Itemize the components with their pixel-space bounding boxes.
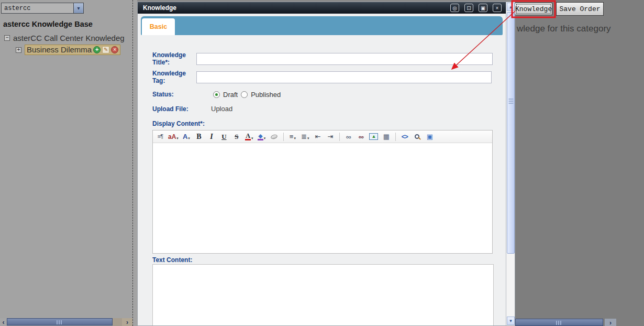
dialog-title: Knowledge — [142, 4, 445, 12]
thumb-grip — [508, 98, 513, 104]
toolbar-glyph: ⇤ — [315, 133, 320, 140]
scroll-right-icon[interactable]: › — [605, 319, 616, 326]
scrollbar-thumb[interactable] — [507, 12, 515, 254]
toolbar-separator — [339, 133, 340, 141]
underline-icon[interactable]: U — [219, 132, 229, 142]
toolbar-separator — [283, 133, 284, 141]
draft-radio[interactable] — [213, 91, 220, 98]
toolbar-glyph: ▲ — [369, 133, 378, 140]
toolbar-glyph: ≣ — [301, 133, 307, 140]
text-color-icon[interactable]: A▾ — [245, 132, 254, 142]
knowledge-title-input[interactable] — [196, 53, 493, 65]
pane-divider — [132, 0, 133, 326]
preview-icon[interactable] — [413, 132, 422, 142]
indent-icon[interactable]: ⇥ — [326, 132, 335, 142]
tab-basic[interactable]: Basic — [142, 18, 175, 35]
rich-text-editor: ≡¶aA▾A▾BIUSA▾◆▾≡▾≣▾⇤⇥∞∞▲▦<>▣ — [152, 130, 493, 254]
toolbar-glyph: ≡ — [290, 133, 294, 140]
scrollbar-thumb[interactable] — [7, 318, 113, 325]
scrollbar-thumb[interactable] — [515, 319, 603, 326]
radio-dot — [215, 93, 218, 96]
published-radio[interactable] — [241, 91, 248, 98]
tree-node-label[interactable]: asterCC Call Center Knowledeg — [13, 34, 125, 42]
align-icon[interactable]: ≡▾ — [288, 132, 297, 142]
delete-icon[interactable]: × — [111, 46, 118, 53]
tree-node-business-dilemma[interactable]: + Business Dilemma + ✎ × — [16, 45, 120, 55]
list-icon[interactable]: ≣▾ — [301, 132, 310, 142]
app-root: astercc ▾ astercc Knowledge Base − aster… — [0, 0, 644, 326]
dropdown-caret-icon: ▾ — [307, 136, 309, 142]
dialog-vertical-scrollbar[interactable]: ▴ ▾ — [506, 2, 515, 325]
fullscreen-icon[interactable]: ▣ — [425, 132, 435, 142]
knowledge-button[interactable]: Knowledge — [515, 3, 552, 15]
status-options: Draft Published — [213, 91, 281, 99]
italic-icon[interactable]: I — [207, 132, 216, 142]
dropdown-caret-icon: ▾ — [176, 136, 179, 142]
edit-icon[interactable]: ✎ — [102, 46, 109, 53]
toolbar-glyph — [415, 134, 419, 139]
thumb-grip — [57, 320, 63, 324]
dialog-titlebar[interactable]: Knowledge ◎ ⊡ ▣ × — [138, 2, 506, 14]
toolbar-glyph: A — [245, 133, 251, 140]
dropdown-caret-icon: ▾ — [264, 136, 266, 142]
scrollbar-track[interactable] — [113, 318, 122, 326]
link-icon[interactable]: ∞ — [344, 132, 353, 142]
toolbar-glyph: A — [183, 133, 187, 140]
close-icon[interactable]: × — [493, 4, 502, 12]
draft-radio-label[interactable]: Draft — [223, 91, 238, 99]
bg-color-icon[interactable]: ◆▾ — [257, 132, 267, 142]
status-label: Status: — [152, 91, 196, 98]
category-select-value: astercc — [2, 5, 73, 12]
chevron-down-icon[interactable]: ▾ — [73, 3, 83, 13]
published-radio-label[interactable]: Published — [251, 91, 281, 99]
toolbar-glyph: ≡¶ — [158, 134, 163, 139]
save-order-button[interactable]: Save Order — [556, 2, 604, 16]
restore-icon[interactable]: ▣ — [479, 4, 487, 12]
expand-expander-icon[interactable]: + — [16, 47, 21, 53]
right-horizontal-scrollbar[interactable]: › — [515, 319, 644, 326]
knowledge-dialog: Knowledge ◎ ⊡ ▣ × Basic Knowledge Title*… — [137, 2, 515, 326]
text-content-textarea[interactable] — [152, 264, 494, 325]
knowledge-tag-label: Knowledge Tag: — [152, 70, 196, 84]
dropdown-caret-icon: ▾ — [294, 136, 296, 142]
paragraph-format-icon[interactable]: ≡¶ — [156, 132, 165, 142]
toolbar-glyph: I — [210, 133, 213, 140]
outdent-icon[interactable]: ⇤ — [313, 132, 323, 142]
upload-file-label: Upload File: — [152, 105, 196, 113]
source-code-icon[interactable]: <> — [400, 132, 409, 142]
unlink-icon[interactable]: ∞ — [357, 132, 366, 142]
dialog-main: Knowledge ◎ ⊡ ▣ × Basic Knowledge Title*… — [138, 2, 506, 325]
toolbar-glyph — [270, 134, 278, 140]
font-family-icon[interactable]: aA▾ — [168, 132, 179, 142]
sidebar-heading: astercc Knowledge Base — [3, 20, 93, 28]
category-select[interactable]: astercc ▾ — [1, 3, 84, 14]
font-size-icon[interactable]: A▾ — [182, 132, 191, 142]
upload-link[interactable]: Upload — [211, 105, 232, 113]
scroll-right-icon[interactable]: › — [122, 318, 132, 326]
display-content-label: Display Content*: — [152, 120, 503, 127]
toolbar-glyph: ◆ — [258, 133, 263, 140]
thumb-grip — [556, 321, 562, 325]
editor-content-area[interactable] — [153, 143, 492, 253]
text-content-label: Text Content: — [152, 256, 503, 264]
collapse-expander-icon[interactable]: − — [4, 35, 10, 41]
collapse-icon[interactable]: ◎ — [450, 4, 459, 12]
scroll-down-icon[interactable]: ▾ — [507, 317, 515, 325]
maximize-icon[interactable]: ⊡ — [464, 4, 473, 12]
remove-format-icon[interactable] — [270, 132, 279, 142]
toolbar-glyph: S — [235, 133, 238, 140]
knowledge-tag-input[interactable] — [196, 71, 492, 83]
add-icon[interactable]: + — [93, 46, 101, 53]
toolbar-glyph: ⇥ — [327, 133, 333, 140]
table-edit-icon[interactable]: ▦ — [382, 132, 391, 142]
bold-icon[interactable]: B — [194, 132, 204, 142]
tree-node-label[interactable]: Business Dilemma — [27, 45, 92, 54]
sidebar-horizontal-scrollbar[interactable]: ‹ › — [0, 318, 132, 326]
toolbar-glyph: aA — [168, 134, 176, 140]
image-icon[interactable]: ▲ — [369, 132, 379, 142]
scroll-up-icon[interactable]: ▴ — [507, 3, 515, 11]
scroll-left-icon[interactable]: ‹ — [0, 318, 7, 326]
tree-node-root[interactable]: − asterCC Call Center Knowledeg — [4, 34, 125, 42]
tree-node-highlight[interactable]: Business Dilemma + ✎ × — [25, 45, 120, 55]
strikethrough-icon[interactable]: S — [232, 132, 241, 142]
